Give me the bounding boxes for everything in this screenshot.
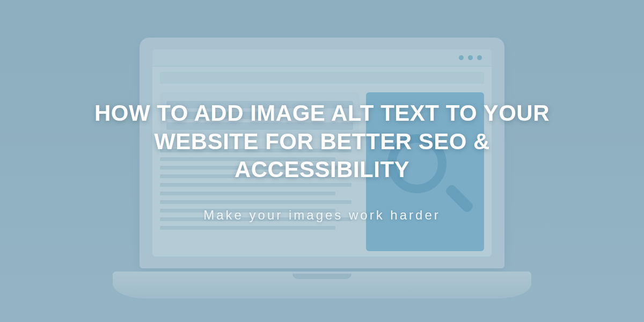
text-overlay: HOW TO ADD IMAGE ALT TEXT TO YOUR WEBSIT… <box>0 0 644 322</box>
headline: HOW TO ADD IMAGE ALT TEXT TO YOUR WEBSIT… <box>64 99 580 184</box>
subheadline: Make your images work harder <box>203 208 440 223</box>
